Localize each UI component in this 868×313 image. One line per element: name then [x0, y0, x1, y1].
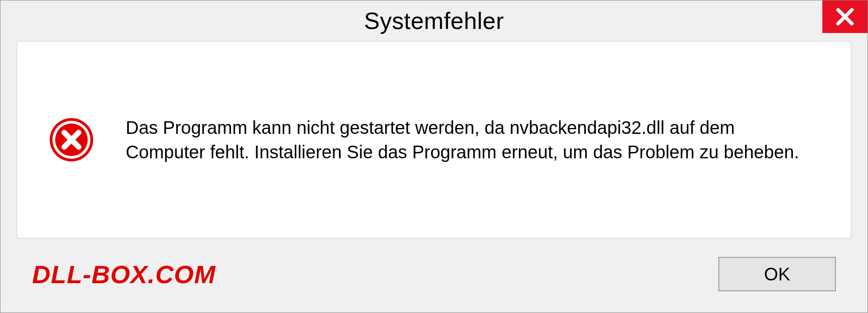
close-button[interactable]	[822, 0, 868, 33]
content-area: Das Programm kann nicht gestartet werden…	[17, 41, 851, 238]
close-icon	[835, 6, 855, 27]
titlebar: Systemfehler	[0, 0, 868, 41]
ok-button[interactable]: OK	[718, 257, 836, 291]
dialog-title: Systemfehler	[364, 7, 504, 34]
error-icon	[49, 117, 94, 162]
footer: DLL-BOX.COM OK	[0, 249, 868, 313]
error-dialog: Systemfehler Das Programm kann nicht ges…	[0, 0, 868, 313]
watermark-text: DLL-BOX.COM	[32, 260, 216, 289]
error-message: Das Programm kann nicht gestartet werden…	[126, 115, 810, 164]
